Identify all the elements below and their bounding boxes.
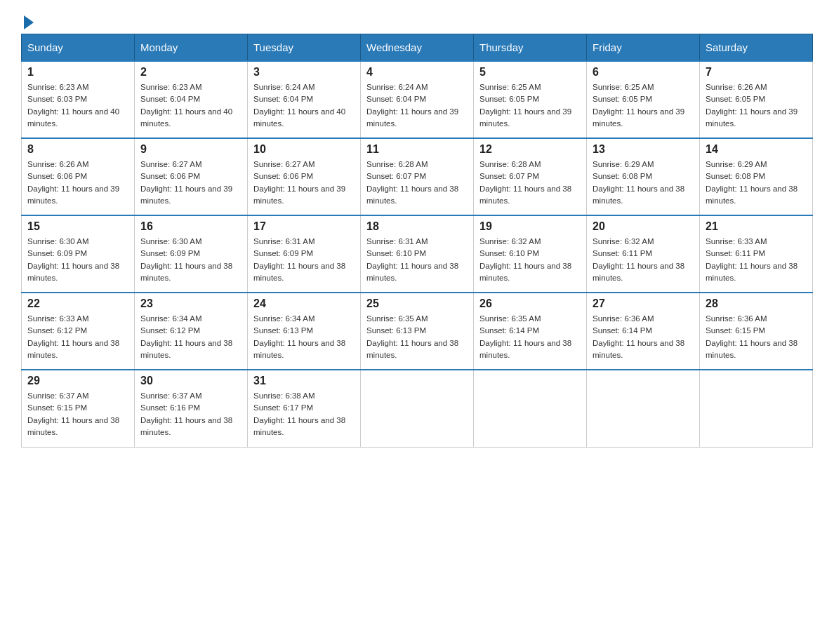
page-header [21, 14, 813, 27]
day-number: 12 [479, 143, 581, 156]
calendar-cell: 23 Sunrise: 6:34 AM Sunset: 6:12 PM Dayl… [135, 293, 248, 370]
calendar-header-thursday: Thursday [474, 34, 587, 62]
calendar-cell: 13 Sunrise: 6:29 AM Sunset: 6:08 PM Dayl… [587, 138, 700, 215]
day-number: 26 [479, 297, 581, 310]
day-number: 14 [706, 143, 807, 156]
day-info: Sunrise: 6:30 AM Sunset: 6:09 PM Dayligh… [140, 236, 241, 284]
day-number: 31 [253, 375, 355, 387]
calendar-cell: 31 Sunrise: 6:38 AM Sunset: 6:17 PM Dayl… [248, 370, 361, 447]
calendar-cell: 9 Sunrise: 6:27 AM Sunset: 6:06 PM Dayli… [135, 138, 248, 215]
calendar-cell: 12 Sunrise: 6:28 AM Sunset: 6:07 PM Dayl… [474, 138, 587, 215]
day-info: Sunrise: 6:34 AM Sunset: 6:12 PM Dayligh… [140, 313, 241, 361]
day-number: 1 [27, 66, 128, 79]
calendar-header-sunday: Sunday [22, 34, 135, 62]
calendar-cell: 8 Sunrise: 6:26 AM Sunset: 6:06 PM Dayli… [22, 138, 135, 215]
day-info: Sunrise: 6:36 AM Sunset: 6:14 PM Dayligh… [593, 313, 694, 361]
day-number: 3 [253, 66, 355, 79]
day-number: 24 [253, 297, 355, 310]
calendar-cell: 11 Sunrise: 6:28 AM Sunset: 6:07 PM Dayl… [361, 138, 474, 215]
calendar-cell: 26 Sunrise: 6:35 AM Sunset: 6:14 PM Dayl… [474, 293, 587, 370]
day-number: 2 [140, 66, 241, 79]
day-number: 23 [140, 297, 241, 310]
calendar-header-wednesday: Wednesday [361, 34, 474, 62]
day-number: 6 [593, 66, 694, 79]
calendar-cell: 21 Sunrise: 6:33 AM Sunset: 6:11 PM Dayl… [700, 215, 813, 293]
calendar-cell: 14 Sunrise: 6:29 AM Sunset: 6:08 PM Dayl… [700, 138, 813, 215]
day-number: 27 [593, 297, 694, 310]
day-info: Sunrise: 6:31 AM Sunset: 6:10 PM Dayligh… [366, 236, 468, 284]
calendar-cell: 17 Sunrise: 6:31 AM Sunset: 6:09 PM Dayl… [248, 215, 361, 293]
calendar-cell: 27 Sunrise: 6:36 AM Sunset: 6:14 PM Dayl… [587, 293, 700, 370]
day-info: Sunrise: 6:30 AM Sunset: 6:09 PM Dayligh… [27, 236, 128, 284]
day-info: Sunrise: 6:34 AM Sunset: 6:13 PM Dayligh… [253, 313, 355, 361]
calendar-header-saturday: Saturday [700, 34, 813, 62]
day-info: Sunrise: 6:26 AM Sunset: 6:06 PM Dayligh… [27, 159, 128, 207]
day-number: 11 [366, 143, 468, 156]
day-info: Sunrise: 6:25 AM Sunset: 6:05 PM Dayligh… [479, 81, 581, 130]
calendar-header-friday: Friday [587, 34, 700, 62]
day-info: Sunrise: 6:23 AM Sunset: 6:03 PM Dayligh… [27, 81, 128, 130]
calendar-week-row: 22 Sunrise: 6:33 AM Sunset: 6:12 PM Dayl… [22, 293, 813, 370]
calendar-cell: 30 Sunrise: 6:37 AM Sunset: 6:16 PM Dayl… [135, 370, 248, 447]
day-number: 19 [479, 220, 581, 233]
day-number: 7 [706, 66, 807, 79]
day-info: Sunrise: 6:37 AM Sunset: 6:15 PM Dayligh… [27, 390, 128, 438]
day-info: Sunrise: 6:24 AM Sunset: 6:04 PM Dayligh… [366, 81, 468, 130]
calendar-cell: 18 Sunrise: 6:31 AM Sunset: 6:10 PM Dayl… [361, 215, 474, 293]
calendar-cell: 2 Sunrise: 6:23 AM Sunset: 6:04 PM Dayli… [135, 61, 248, 138]
day-info: Sunrise: 6:27 AM Sunset: 6:06 PM Dayligh… [140, 159, 241, 207]
day-number: 17 [253, 220, 355, 233]
day-info: Sunrise: 6:25 AM Sunset: 6:05 PM Dayligh… [593, 81, 694, 130]
calendar-header-monday: Monday [135, 34, 248, 62]
day-info: Sunrise: 6:38 AM Sunset: 6:17 PM Dayligh… [253, 390, 355, 438]
calendar-cell: 22 Sunrise: 6:33 AM Sunset: 6:12 PM Dayl… [22, 293, 135, 370]
day-info: Sunrise: 6:35 AM Sunset: 6:14 PM Dayligh… [479, 313, 581, 361]
calendar-cell: 7 Sunrise: 6:26 AM Sunset: 6:05 PM Dayli… [700, 61, 813, 138]
day-info: Sunrise: 6:26 AM Sunset: 6:05 PM Dayligh… [706, 81, 807, 130]
calendar-cell [361, 370, 474, 447]
calendar-cell [587, 370, 700, 447]
day-info: Sunrise: 6:23 AM Sunset: 6:04 PM Dayligh… [140, 81, 241, 130]
calendar-week-row: 29 Sunrise: 6:37 AM Sunset: 6:15 PM Dayl… [22, 370, 813, 447]
calendar-cell: 24 Sunrise: 6:34 AM Sunset: 6:13 PM Dayl… [248, 293, 361, 370]
calendar-cell: 20 Sunrise: 6:32 AM Sunset: 6:11 PM Dayl… [587, 215, 700, 293]
calendar-cell: 29 Sunrise: 6:37 AM Sunset: 6:15 PM Dayl… [22, 370, 135, 447]
day-info: Sunrise: 6:28 AM Sunset: 6:07 PM Dayligh… [366, 159, 468, 207]
day-number: 4 [366, 66, 468, 79]
day-number: 8 [27, 143, 128, 156]
logo-arrow-icon [24, 15, 34, 29]
day-info: Sunrise: 6:35 AM Sunset: 6:13 PM Dayligh… [366, 313, 468, 361]
calendar-cell: 3 Sunrise: 6:24 AM Sunset: 6:04 PM Dayli… [248, 61, 361, 138]
day-number: 18 [366, 220, 468, 233]
calendar-cell: 15 Sunrise: 6:30 AM Sunset: 6:09 PM Dayl… [22, 215, 135, 293]
calendar-cell [700, 370, 813, 447]
day-info: Sunrise: 6:31 AM Sunset: 6:09 PM Dayligh… [253, 236, 355, 284]
day-number: 25 [366, 297, 468, 310]
calendar-cell: 10 Sunrise: 6:27 AM Sunset: 6:06 PM Dayl… [248, 138, 361, 215]
calendar-week-row: 15 Sunrise: 6:30 AM Sunset: 6:09 PM Dayl… [22, 215, 813, 293]
calendar-cell: 5 Sunrise: 6:25 AM Sunset: 6:05 PM Dayli… [474, 61, 587, 138]
day-number: 16 [140, 220, 241, 233]
day-number: 10 [253, 143, 355, 156]
logo [21, 14, 34, 27]
day-number: 20 [593, 220, 694, 233]
calendar-header-tuesday: Tuesday [248, 34, 361, 62]
day-number: 15 [27, 220, 128, 233]
day-number: 5 [479, 66, 581, 79]
day-number: 13 [593, 143, 694, 156]
calendar-cell: 4 Sunrise: 6:24 AM Sunset: 6:04 PM Dayli… [361, 61, 474, 138]
day-info: Sunrise: 6:36 AM Sunset: 6:15 PM Dayligh… [706, 313, 807, 361]
calendar-cell: 16 Sunrise: 6:30 AM Sunset: 6:09 PM Dayl… [135, 215, 248, 293]
calendar-cell: 28 Sunrise: 6:36 AM Sunset: 6:15 PM Dayl… [700, 293, 813, 370]
calendar-cell: 1 Sunrise: 6:23 AM Sunset: 6:03 PM Dayli… [22, 61, 135, 138]
calendar-header-row: SundayMondayTuesdayWednesdayThursdayFrid… [22, 34, 813, 62]
day-info: Sunrise: 6:29 AM Sunset: 6:08 PM Dayligh… [706, 159, 807, 207]
day-info: Sunrise: 6:27 AM Sunset: 6:06 PM Dayligh… [253, 159, 355, 207]
day-info: Sunrise: 6:29 AM Sunset: 6:08 PM Dayligh… [593, 159, 694, 207]
calendar-cell [474, 370, 587, 447]
day-number: 30 [140, 375, 241, 387]
day-number: 22 [27, 297, 128, 310]
day-number: 9 [140, 143, 241, 156]
day-number: 28 [706, 297, 807, 310]
calendar-cell: 6 Sunrise: 6:25 AM Sunset: 6:05 PM Dayli… [587, 61, 700, 138]
